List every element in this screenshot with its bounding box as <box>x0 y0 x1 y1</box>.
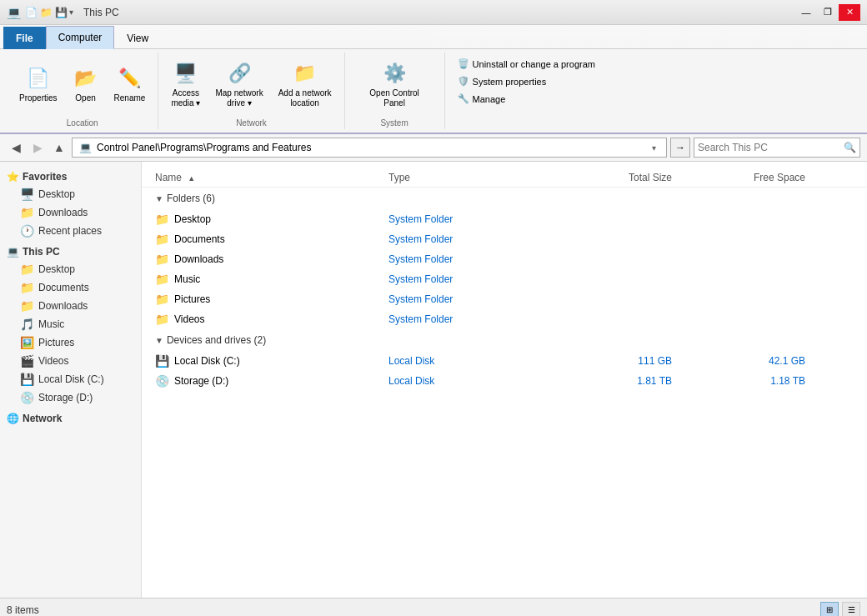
table-row[interactable]: 📁 Music System Folder <box>142 269 867 289</box>
documents-icon: 📁 <box>20 281 33 294</box>
file-name-documents: 📁 Documents <box>155 233 388 246</box>
up-button[interactable]: ▲ <box>50 138 68 157</box>
system-properties-button[interactable]: 🛡️ System properties <box>452 73 601 89</box>
tab-computer[interactable]: Computer <box>46 26 115 49</box>
favorites-label: Favorites <box>23 171 67 183</box>
properties-button[interactable]: 📄 Properties <box>13 61 63 108</box>
devices-collapse-arrow: ▼ <box>155 336 163 345</box>
sidebar-item-storage-d[interactable]: 💿 Storage (D:) <box>0 388 141 407</box>
manage-label: Manage <box>473 94 506 104</box>
qa-dropdown[interactable]: ▾ <box>69 8 73 17</box>
file-name-music: 📁 Music <box>155 273 388 286</box>
sidebar-item-desktop-fav[interactable]: 🖥️ Desktop <box>0 185 141 203</box>
sidebar-item-documents[interactable]: 📁 Documents <box>0 278 141 297</box>
window-title: This PC <box>83 7 119 18</box>
uninstall-program-button[interactable]: 🗑️ Uninstall or change a program <box>452 56 601 72</box>
col-header-free[interactable]: Free Space <box>689 172 822 183</box>
tab-view[interactable]: View <box>114 27 161 49</box>
sidebar-item-recent-places[interactable]: 🕐 Recent places <box>0 222 141 240</box>
view-list-button[interactable]: ☰ <box>842 602 860 617</box>
add-network-label: Add a networklocation <box>278 88 332 108</box>
search-input[interactable] <box>698 142 844 153</box>
open-control-panel-button[interactable]: ⚙️ Open ControlPanel <box>361 56 428 113</box>
sidebar-item-local-disk-c[interactable]: 💾 Local Disk (C:) <box>0 370 141 388</box>
map-network-drive-button[interactable]: 🔗 Map networkdrive ▾ <box>209 56 268 113</box>
sidebar-item-desktop-pc[interactable]: 📁 Desktop <box>0 260 141 278</box>
table-row[interactable]: 📁 Videos System Folder <box>142 309 867 329</box>
back-button[interactable]: ◀ <box>7 138 25 157</box>
file-name-videos: 📁 Videos <box>155 313 388 326</box>
pictures-label: Pictures <box>38 337 74 348</box>
forward-button[interactable]: ▶ <box>28 138 47 157</box>
tab-file[interactable]: File <box>3 27 46 49</box>
videos-folder-icon: 📁 <box>155 313 169 326</box>
access-media-button[interactable]: 🖥️ Accessmedia ▾ <box>165 56 206 113</box>
col-header-type[interactable]: Type <box>388 172 555 183</box>
sidebar-header-network[interactable]: 🌐 Network <box>0 410 141 427</box>
address-dropdown-arrow[interactable]: ▾ <box>649 143 659 153</box>
sidebar-item-downloads-pc[interactable]: 📁 Downloads <box>0 297 141 315</box>
manage-button[interactable]: 🔧 Manage <box>452 91 601 107</box>
rename-button[interactable]: ✏️ Rename <box>108 61 152 108</box>
desktop-pc-label: Desktop <box>38 263 75 275</box>
section-header-folders[interactable]: ▼ Folders (6) <box>142 188 867 209</box>
maximize-button[interactable]: ❐ <box>817 4 839 21</box>
access-media-label: Accessmedia ▾ <box>171 88 200 108</box>
col-header-name[interactable]: Name ▲ <box>155 172 388 183</box>
folders-collapse-arrow: ▼ <box>155 194 163 203</box>
local-disk-c-content-icon: 💾 <box>155 354 169 368</box>
access-media-icon: 🖥️ <box>173 60 199 87</box>
ribbon: File Computer View 📄 Properties 📂 Open ✏… <box>0 25 867 134</box>
search-icon: 🔍 <box>844 142 856 153</box>
table-row[interactable]: 📁 Pictures System Folder <box>142 289 867 309</box>
sidebar-header-favorites[interactable]: ⭐ Favorites <box>0 168 141 185</box>
ribbon-group-network: 🖥️ Accessmedia ▾ 🔗 Map networkdrive ▾ 📁 … <box>158 53 344 129</box>
table-row[interactable]: 📁 Documents System Folder <box>142 229 867 249</box>
sidebar-item-videos[interactable]: 🎬 Videos <box>0 352 141 370</box>
col-name-label: Name <box>155 172 182 183</box>
table-row[interactable]: 📁 Downloads System Folder <box>142 249 867 269</box>
local-disk-c-label: Local Disk (C:) <box>38 373 104 385</box>
section-header-devices[interactable]: ▼ Devices and drives (2) <box>142 329 867 351</box>
open-button[interactable]: 📂 Open <box>67 61 105 108</box>
downloads-pc-icon: 📁 <box>20 299 33 313</box>
table-row[interactable]: 💾 Local Disk (C:) Local Disk 111 GB 42.1… <box>142 351 867 371</box>
music-folder-icon: 📁 <box>155 273 169 286</box>
qa-folder-btn[interactable]: 📁 <box>39 6 53 19</box>
qa-save-btn[interactable]: 💾 <box>54 6 68 19</box>
address-path-text: Control Panel\Programs\Programs and Feat… <box>97 142 644 153</box>
properties-icon: 📄 <box>25 65 52 92</box>
sidebar-item-music[interactable]: 🎵 Music <box>0 315 141 333</box>
file-type-local-disk-c: Local Disk <box>388 355 555 367</box>
window-controls: — ❐ ✕ <box>795 4 860 21</box>
view-details-button[interactable]: ⊞ <box>820 602 839 617</box>
address-go-button[interactable]: → <box>670 138 690 158</box>
file-free-local-disk-c: 42.1 GB <box>689 355 822 367</box>
minimize-button[interactable]: — <box>795 4 817 21</box>
uninstall-label: Uninstall or change a program <box>473 59 595 69</box>
sidebar-item-downloads-fav[interactable]: 📁 Downloads <box>0 203 141 222</box>
col-free-label: Free Space <box>754 172 805 183</box>
control-panel-icon: ⚙️ <box>381 60 408 87</box>
control-panel-label: Open ControlPanel <box>369 88 418 108</box>
address-input-container[interactable]: 💻 Control Panel\Programs\Programs and Fe… <box>72 138 667 158</box>
sidebar-header-thispc[interactable]: 💻 This PC <box>0 243 141 260</box>
downloads-fav-icon: 📁 <box>20 206 33 219</box>
close-button[interactable]: ✕ <box>839 4 860 21</box>
add-network-location-button[interactable]: 📁 Add a networklocation <box>273 56 338 113</box>
search-box[interactable]: 🔍 <box>694 138 860 158</box>
file-type-videos: System Folder <box>388 313 555 325</box>
sidebar-item-pictures[interactable]: 🖼️ Pictures <box>0 333 141 352</box>
pictures-icon: 🖼️ <box>20 336 33 349</box>
qa-properties-btn[interactable]: 📄 <box>24 6 38 19</box>
table-row[interactable]: 💿 Storage (D:) Local Disk 1.81 TB 1.18 T… <box>142 371 867 391</box>
table-row[interactable]: 📁 Desktop System Folder <box>142 209 867 229</box>
sidebar-section-favorites: ⭐ Favorites 🖥️ Desktop 📁 Downloads 🕐 Rec… <box>0 168 141 240</box>
file-type-downloads: System Folder <box>388 253 555 265</box>
col-header-total[interactable]: Total Size <box>555 172 689 183</box>
storage-d-content-icon: 💿 <box>155 374 169 388</box>
favorites-icon: ⭐ <box>7 171 19 183</box>
file-name-local-disk-c: 💾 Local Disk (C:) <box>155 354 388 368</box>
local-disk-c-icon: 💾 <box>20 373 33 386</box>
desktop-fav-label: Desktop <box>38 188 75 200</box>
